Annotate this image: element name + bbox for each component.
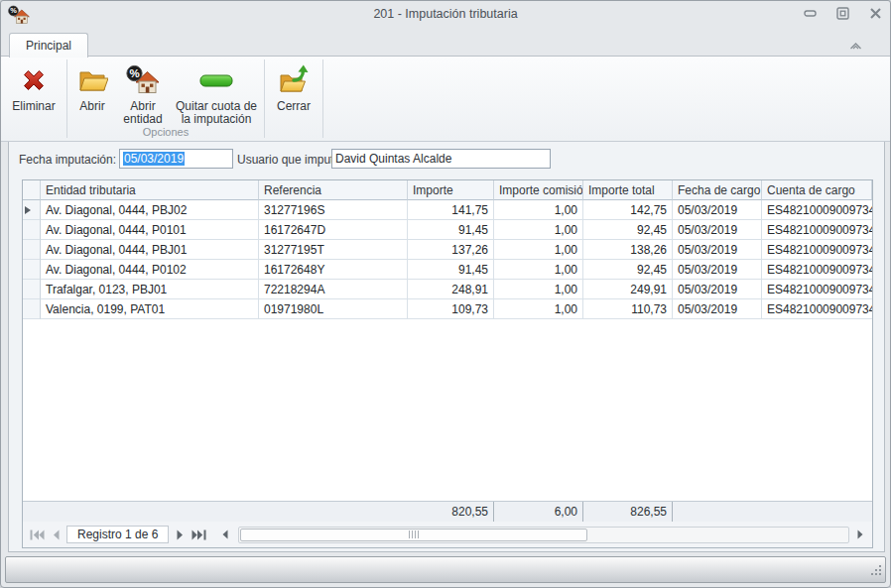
cell-entidad[interactable]: Av. Diagonal, 0444, P0101 bbox=[41, 220, 259, 240]
cell-importe-total[interactable]: 110,73 bbox=[583, 299, 673, 319]
column-header-importe[interactable]: Importe bbox=[408, 180, 494, 200]
resize-grip-icon[interactable] bbox=[869, 563, 882, 579]
ribbon-collapse-chevron-icon[interactable] bbox=[848, 39, 864, 52]
cell-entidad[interactable]: Valencia, 0199, PAT01 bbox=[41, 299, 259, 319]
column-header-referencia[interactable]: Referencia bbox=[259, 180, 408, 200]
cell-referencia[interactable]: 01971980L bbox=[259, 299, 408, 319]
cell-fecha-cargo[interactable]: 05/03/2019 bbox=[673, 200, 762, 220]
cell-cuenta-cargo[interactable]: ES4821000900973456 bbox=[762, 220, 872, 240]
previous-record-button[interactable] bbox=[48, 528, 64, 541]
scroll-left-arrow[interactable] bbox=[217, 528, 233, 541]
cell-importe-comision[interactable]: 1,00 bbox=[494, 220, 583, 240]
cell-importe-comision[interactable]: 1,00 bbox=[494, 280, 583, 299]
cell-importe[interactable]: 137,26 bbox=[408, 240, 494, 260]
close-button[interactable] bbox=[868, 6, 882, 20]
cell-importe-total[interactable]: 92,45 bbox=[583, 220, 673, 240]
status-bar bbox=[5, 556, 886, 583]
row-indicator-cell bbox=[23, 299, 41, 319]
content-panel: Fecha imputación: 05/03/2019 Usuario que… bbox=[8, 142, 885, 552]
cell-importe[interactable]: 141,75 bbox=[408, 200, 494, 220]
column-header-importe-total[interactable]: Importe total bbox=[583, 180, 673, 200]
cell-importe-comision[interactable]: 1,00 bbox=[494, 240, 583, 260]
next-record-button[interactable] bbox=[172, 528, 188, 541]
table-row[interactable]: Av. Diagonal, 0444, P0102 16172648Y 91,4… bbox=[23, 260, 872, 280]
form-row: Fecha imputación: 05/03/2019 Usuario que… bbox=[9, 149, 884, 171]
last-record-button[interactable] bbox=[191, 528, 206, 541]
abrir-entidad-button[interactable]: % Abrir entidad bbox=[115, 61, 171, 126]
cell-importe-comision[interactable]: 1,00 bbox=[494, 200, 583, 220]
current-row-arrow-icon bbox=[25, 206, 31, 214]
group-label bbox=[265, 125, 322, 141]
usuario-imputa-field[interactable]: David Quintas Alcalde bbox=[331, 149, 551, 169]
cell-importe[interactable]: 91,45 bbox=[408, 260, 494, 280]
table-row[interactable]: Trafalgar, 0123, PBJ01 72218294A 248,91 … bbox=[23, 280, 872, 299]
column-header-cuenta-cargo[interactable]: Cuenta de cargo bbox=[762, 180, 872, 200]
ribbon-separator bbox=[322, 59, 323, 138]
cell-importe[interactable]: 91,45 bbox=[408, 220, 494, 240]
usuario-imputa-label: Usuario que imputa: bbox=[237, 153, 343, 167]
grid-empty-area bbox=[23, 319, 872, 501]
cell-fecha-cargo[interactable]: 05/03/2019 bbox=[673, 240, 762, 260]
cell-entidad[interactable]: Trafalgar, 0123, PBJ01 bbox=[41, 280, 259, 299]
fecha-imputacion-field[interactable]: 05/03/2019 bbox=[119, 149, 233, 169]
cell-importe[interactable]: 109,73 bbox=[408, 299, 494, 319]
cell-entidad[interactable]: Av. Diagonal, 0444, P0102 bbox=[41, 260, 259, 280]
cell-referencia[interactable]: 16172648Y bbox=[259, 260, 408, 280]
cell-cuenta-cargo[interactable]: ES4821000900973456 bbox=[762, 200, 872, 220]
cell-fecha-cargo[interactable]: 05/03/2019 bbox=[673, 280, 762, 299]
table-row[interactable]: Av. Diagonal, 0444, PBJ01 31277195T 137,… bbox=[23, 240, 872, 260]
abrir-button[interactable]: Abrir bbox=[69, 61, 115, 113]
cell-importe-comision[interactable]: 1,00 bbox=[494, 299, 583, 319]
cell-importe[interactable]: 248,91 bbox=[408, 280, 494, 299]
fecha-imputacion-label: Fecha imputación: bbox=[19, 153, 116, 167]
open-folder-icon bbox=[74, 63, 110, 97]
eliminar-label: Eliminar bbox=[12, 100, 55, 113]
indicator-header-cell bbox=[23, 180, 41, 200]
cell-cuenta-cargo[interactable]: ES4821000900973456 bbox=[762, 280, 872, 299]
group-label-opciones: Opciones bbox=[67, 126, 264, 141]
cell-fecha-cargo[interactable]: 05/03/2019 bbox=[673, 260, 762, 280]
cell-referencia[interactable]: 31277196S bbox=[259, 200, 408, 220]
cell-entidad[interactable]: Av. Diagonal, 0444, PBJ01 bbox=[41, 240, 259, 260]
minimize-button[interactable] bbox=[803, 6, 817, 20]
scrollbar-grip-icon bbox=[409, 530, 420, 538]
tab-principal[interactable]: Principal bbox=[9, 33, 88, 58]
column-header-entidad[interactable]: Entidad tributaria bbox=[41, 180, 259, 200]
app-window: % 201 - Imputación tributaria Principal bbox=[0, 0, 891, 588]
restore-button[interactable] bbox=[835, 6, 849, 20]
cell-cuenta-cargo[interactable]: ES4821000900973456 bbox=[762, 260, 872, 280]
cell-importe-total[interactable]: 249,91 bbox=[583, 280, 673, 299]
cell-fecha-cargo[interactable]: 05/03/2019 bbox=[673, 299, 762, 319]
cell-entidad[interactable]: Av. Diagonal, 0444, PBJ02 bbox=[41, 200, 259, 220]
cell-importe-total[interactable]: 142,75 bbox=[583, 200, 673, 220]
quitar-cuota-button[interactable]: Quitar cuota de la imputación bbox=[171, 61, 262, 126]
fecha-imputacion-value: 05/03/2019 bbox=[123, 152, 185, 166]
cell-importe-total[interactable]: 138,26 bbox=[583, 240, 673, 260]
column-header-fecha-cargo[interactable]: Fecha de cargo bbox=[673, 180, 762, 200]
eliminar-button[interactable]: Eliminar bbox=[3, 61, 64, 113]
cell-cuenta-cargo[interactable]: ES4821000900973456 bbox=[762, 299, 872, 319]
cell-fecha-cargo[interactable]: 05/03/2019 bbox=[673, 220, 762, 240]
cerrar-label: Cerrar bbox=[277, 100, 311, 113]
cell-importe-total[interactable]: 92,45 bbox=[583, 260, 673, 280]
abrir-entidad-label: Abrir entidad bbox=[115, 100, 171, 126]
row-indicator-cell bbox=[23, 200, 41, 220]
scroll-right-arrow[interactable] bbox=[852, 528, 868, 541]
column-header-importe-comision[interactable]: Importe comisión bbox=[494, 180, 583, 200]
close-folder-arrow-icon bbox=[276, 63, 312, 97]
scrollbar-thumb[interactable] bbox=[240, 529, 587, 541]
cell-referencia[interactable]: 16172647D bbox=[259, 220, 408, 240]
cell-referencia[interactable]: 31277195T bbox=[259, 240, 408, 260]
cell-referencia[interactable]: 72218294A bbox=[259, 280, 408, 299]
table-row[interactable]: Valencia, 0199, PAT01 01971980L 109,73 1… bbox=[23, 299, 872, 319]
table-row[interactable]: Av. Diagonal, 0444, P0101 16172647D 91,4… bbox=[23, 220, 872, 240]
summary-importe: 820,55 bbox=[408, 502, 494, 522]
cerrar-button[interactable]: Cerrar bbox=[267, 61, 320, 113]
cell-cuenta-cargo[interactable]: ES4821000900973456 bbox=[762, 240, 872, 260]
first-record-button[interactable] bbox=[29, 528, 45, 541]
ribbon-group-opciones: Abrir % Abrir entida bbox=[67, 57, 264, 141]
cell-importe-comision[interactable]: 1,00 bbox=[494, 260, 583, 280]
title-bar: % 201 - Imputación tributaria bbox=[1, 1, 890, 29]
table-row[interactable]: Av. Diagonal, 0444, PBJ02 31277196S 141,… bbox=[23, 200, 872, 220]
horizontal-scrollbar[interactable] bbox=[238, 527, 849, 543]
